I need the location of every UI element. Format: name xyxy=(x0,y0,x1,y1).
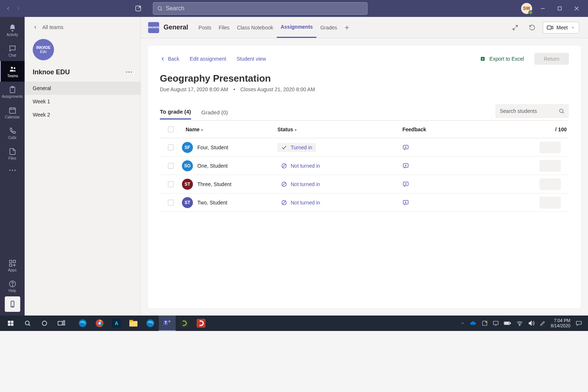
titlebar: Search SW xyxy=(0,0,588,17)
svg-line-44 xyxy=(282,182,286,186)
taskbar-taskview[interactable] xyxy=(53,316,70,331)
add-feedback-button[interactable] xyxy=(402,199,447,206)
global-search-input[interactable]: Search xyxy=(153,2,368,15)
add-tab-button[interactable] xyxy=(341,21,353,34)
taskbar-app-camtasia2[interactable] xyxy=(193,316,209,331)
subtab-graded[interactable]: Graded (0) xyxy=(201,106,228,119)
tray-volume-icon[interactable] xyxy=(528,320,535,326)
status-pill[interactable]: Not turned in xyxy=(277,198,324,207)
search-students-input[interactable]: Search students xyxy=(495,104,569,118)
excel-icon: X xyxy=(480,56,487,62)
status-text: Not turned in xyxy=(291,181,320,187)
taskbar-cortana[interactable] xyxy=(36,316,53,331)
subtab-to-grade[interactable]: To grade (4) xyxy=(160,105,191,120)
row-checkbox[interactable] xyxy=(168,181,174,187)
add-feedback-button[interactable] xyxy=(402,144,447,151)
taskbar-app-chrome[interactable] xyxy=(91,316,108,331)
rail-teams[interactable]: Teams xyxy=(0,61,25,82)
add-feedback-button[interactable] xyxy=(402,181,447,188)
channel-item-week2[interactable]: Week 2 xyxy=(25,108,140,121)
rail-apps[interactable]: Apps xyxy=(0,255,25,276)
edit-assignment-button[interactable]: Edit assignment xyxy=(190,56,226,62)
rail-assignments[interactable]: Assignments xyxy=(0,82,25,102)
back-button[interactable]: Back xyxy=(160,56,179,62)
rail-activity[interactable]: Activity xyxy=(0,20,25,40)
bullet-separator: • xyxy=(233,86,235,92)
row-checkbox[interactable] xyxy=(168,200,174,206)
tab-grades[interactable]: Grades xyxy=(316,17,341,38)
channel-item-general[interactable]: General xyxy=(25,82,140,95)
channel-item-week1[interactable]: Week 1 xyxy=(25,95,140,108)
th-name[interactable]: Name xyxy=(186,126,200,132)
tab-class-notebook[interactable]: Class Notebook xyxy=(233,17,277,38)
rail-help[interactable]: Help xyxy=(0,276,25,296)
taskbar-app-explorer[interactable] xyxy=(125,316,142,331)
team-logo[interactable]: INKИОЕ Edu xyxy=(33,39,54,60)
taskbar-search[interactable] xyxy=(19,316,36,331)
select-all-checkbox[interactable] xyxy=(168,126,174,132)
grade-input[interactable] xyxy=(539,178,561,190)
grade-input[interactable] xyxy=(539,160,561,172)
row-checkbox[interactable] xyxy=(168,163,174,169)
svg-rect-76 xyxy=(197,319,205,328)
user-avatar[interactable]: SW xyxy=(521,3,532,14)
time-text: 7:04 PM xyxy=(554,318,570,323)
student-view-button[interactable]: Student view xyxy=(237,56,266,62)
nav-forward-button[interactable] xyxy=(14,3,23,14)
window-close-button[interactable] xyxy=(568,3,585,14)
tray-display-icon[interactable] xyxy=(493,321,499,326)
add-feedback-button[interactable] xyxy=(402,163,447,169)
nav-back-button[interactable] xyxy=(4,3,12,14)
table-row[interactable]: ST Two, Student Not turned in xyxy=(160,193,569,212)
taskbar-app-edge[interactable] xyxy=(74,316,91,331)
rail-chat[interactable]: Chat xyxy=(0,40,25,61)
status-pill[interactable]: Not turned in xyxy=(277,161,324,170)
start-button[interactable] xyxy=(2,316,19,331)
svg-rect-70 xyxy=(129,320,133,322)
rail-files[interactable]: Files xyxy=(0,143,25,164)
export-excel-button[interactable]: X Export to Excel xyxy=(480,56,524,62)
th-status[interactable]: Status xyxy=(277,126,293,132)
tray-onedrive-icon[interactable] xyxy=(470,321,477,326)
all-teams-link[interactable]: All teams xyxy=(25,17,140,38)
window-maximize-button[interactable] xyxy=(551,3,568,14)
rail-calls[interactable]: Calls xyxy=(0,123,25,143)
window-minimize-button[interactable] xyxy=(534,3,551,14)
status-pill[interactable]: Turned in xyxy=(277,143,316,152)
tab-assignments[interactable]: Assignments xyxy=(277,17,316,38)
tray-update-icon[interactable] xyxy=(482,320,488,326)
tray-wifi-icon[interactable] xyxy=(516,321,523,326)
taskbar-app-teams[interactable]: T xyxy=(159,316,176,331)
tray-up-icon[interactable] xyxy=(460,321,465,325)
grade-input[interactable] xyxy=(539,197,561,209)
taskbar-app-camtasia1[interactable] xyxy=(176,316,193,331)
tab-files[interactable]: Files xyxy=(215,17,233,38)
team-more-button[interactable] xyxy=(126,71,132,73)
tray-pen-icon[interactable] xyxy=(540,320,546,326)
tray-battery-icon[interactable] xyxy=(504,321,511,325)
presence-indicator xyxy=(528,10,533,15)
student-name: Three, Student xyxy=(197,181,232,187)
camera-icon xyxy=(547,25,553,30)
row-checkbox[interactable] xyxy=(168,145,174,150)
mobile-button[interactable] xyxy=(5,296,20,312)
tray-clock[interactable]: 7:04 PM 8/14/2020 xyxy=(551,318,570,329)
status-pill[interactable]: Not turned in xyxy=(277,180,324,189)
table-row[interactable]: SO One, Student Not turned in xyxy=(160,157,569,175)
meet-button[interactable]: Meet xyxy=(543,22,579,33)
channel-title: General xyxy=(164,24,188,31)
new-message-button[interactable] xyxy=(133,3,143,14)
expand-icon[interactable] xyxy=(509,21,521,34)
tray-notifications-icon[interactable] xyxy=(576,320,582,326)
svg-line-49 xyxy=(282,201,286,204)
rail-calendar[interactable]: Calendar xyxy=(0,102,25,123)
taskbar-app-edge2[interactable] xyxy=(142,316,159,331)
rail-more[interactable] xyxy=(0,164,25,177)
refresh-icon[interactable] xyxy=(526,21,538,34)
channel-bar: INKИОЕ General Posts Files Class Noteboo… xyxy=(141,17,588,38)
taskbar-app-a[interactable]: A xyxy=(108,316,125,331)
table-row[interactable]: ST Three, Student Not turned in xyxy=(160,175,569,193)
grade-input[interactable] xyxy=(539,142,561,153)
table-row[interactable]: SF Four, Student Turned in xyxy=(160,138,569,157)
tab-posts[interactable]: Posts xyxy=(195,17,215,38)
